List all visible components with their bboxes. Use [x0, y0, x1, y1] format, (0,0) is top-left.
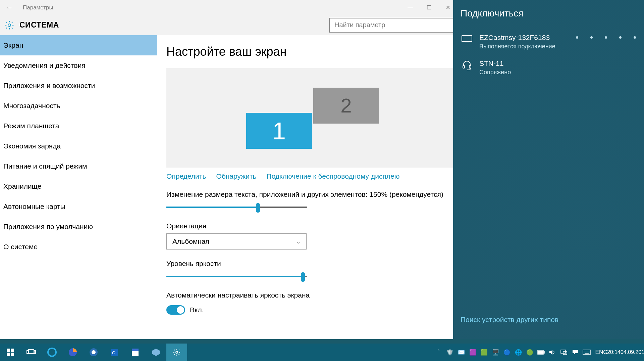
- taskbar-app-firefox[interactable]: [62, 344, 83, 361]
- taskbar-app-thunderbird[interactable]: [83, 344, 104, 361]
- gear-icon: [3, 19, 15, 31]
- link-wireless-display[interactable]: Подключение к беспроводному дисплею: [267, 172, 400, 180]
- orientation-select[interactable]: Альбомная ⌄: [166, 233, 307, 250]
- svg-text:O: O: [112, 350, 115, 355]
- taskbar-app-settings[interactable]: [166, 344, 187, 361]
- tray-icon[interactable]: 🟪: [467, 344, 478, 361]
- window-title: Параметры: [23, 4, 53, 11]
- maximize-button[interactable]: ☐: [420, 0, 438, 15]
- auto-brightness-toggle[interactable]: [166, 305, 185, 315]
- tray-icon[interactable]: 🟩: [478, 344, 490, 361]
- sidebar-item-tablet-mode[interactable]: Режим планшета: [0, 116, 157, 136]
- svg-rect-1: [462, 36, 472, 42]
- sidebar-item-power-sleep[interactable]: Питание и спящий режим: [0, 156, 157, 176]
- svg-rect-6: [11, 349, 14, 352]
- svg-point-21: [176, 351, 178, 353]
- sidebar-item-display[interactable]: Экран: [0, 35, 157, 55]
- sidebar-item-apps-features[interactable]: Приложения и возможности: [0, 76, 157, 96]
- tray-action-center-icon[interactable]: [570, 344, 581, 361]
- tray-icon[interactable]: 🌐: [513, 344, 524, 361]
- sidebar-item-multitasking[interactable]: Многозадачность: [0, 96, 157, 116]
- back-button[interactable]: ←: [3, 3, 16, 12]
- auto-brightness-label: Автоматически настраивать яркость экрана: [166, 291, 460, 299]
- svg-rect-10: [27, 351, 28, 354]
- settings-window: ← Параметры — ☐ ✕ СИСТЕМА Экран Уведомле…: [0, 0, 460, 339]
- tray-time: 20:14: [607, 349, 621, 355]
- system-tray: ˄ 🛡️ ✉️ 🟪 🟩 🖥️ 🔵 🌐 🟢 ENG 20:14 04.09.201…: [433, 344, 644, 361]
- tray-icon[interactable]: ✉️: [455, 344, 467, 361]
- start-button[interactable]: [0, 344, 21, 361]
- device-status: Выполняется подключение: [479, 43, 555, 50]
- sidebar-item-offline-maps[interactable]: Автономные карты: [0, 196, 157, 217]
- minimize-button[interactable]: —: [401, 0, 420, 15]
- tray-overflow-button[interactable]: ˄: [433, 344, 444, 361]
- progress-dots: [576, 36, 636, 39]
- svg-rect-9: [29, 350, 34, 354]
- headset-icon: [461, 60, 473, 70]
- scale-slider[interactable]: [166, 202, 307, 212]
- content-pane: Настройте ваш экран 2 1 Определить Обнар…: [157, 35, 460, 339]
- svg-rect-19: [132, 349, 139, 351]
- sidebar-item-about[interactable]: О системе: [0, 237, 157, 257]
- category-title: СИСТЕМА: [19, 20, 59, 30]
- svg-rect-5: [7, 349, 10, 352]
- task-view-button[interactable]: [21, 344, 42, 361]
- category-header: СИСТЕМА: [0, 15, 460, 35]
- display-arrangement[interactable]: 2 1: [166, 68, 458, 168]
- taskbar-app-edge[interactable]: [42, 344, 62, 361]
- svg-marker-25: [549, 350, 552, 355]
- page-title: Настройте ваш экран: [166, 45, 460, 59]
- orientation-label: Ориентация: [166, 222, 460, 230]
- orientation-value: Альбомная: [172, 237, 209, 245]
- tray-icon[interactable]: 🔵: [501, 344, 513, 361]
- chevron-down-icon: ⌄: [296, 238, 301, 245]
- toggle-state-label: Вкл.: [190, 306, 204, 314]
- monitor-2[interactable]: 2: [313, 88, 379, 124]
- tray-keyboard-icon[interactable]: [581, 344, 592, 361]
- tray-clock[interactable]: 20:14 04.09.2015: [610, 344, 644, 361]
- svg-point-12: [48, 348, 56, 356]
- flyout-title: Подключиться: [461, 8, 637, 19]
- titlebar: ← Параметры — ☐ ✕: [0, 0, 460, 15]
- svg-rect-28: [583, 350, 590, 355]
- taskbar: O ˄ 🛡️ ✉️ 🟪 🟩 🖥️ 🔵 🌐 🟢 ENG: [0, 344, 644, 361]
- svg-rect-3: [463, 65, 465, 68]
- device-name: EZCastmsy-132F6183: [479, 34, 555, 42]
- link-detect[interactable]: Обнаружить: [216, 172, 256, 180]
- svg-rect-7: [7, 353, 10, 356]
- device-name: STN-11: [479, 59, 511, 67]
- brightness-label: Уровень яркости: [166, 260, 460, 268]
- monitor-icon: [461, 34, 473, 44]
- sidebar: Экран Уведомления и действия Приложения …: [0, 35, 157, 339]
- sidebar-item-battery-saver[interactable]: Экономия заряда: [0, 136, 157, 156]
- device-item[interactable]: EZCastmsy-132F6183 Выполняется подключен…: [461, 29, 637, 55]
- search-box[interactable]: [329, 18, 460, 33]
- search-input[interactable]: [334, 21, 454, 29]
- svg-point-15: [92, 350, 96, 354]
- tray-date: 04.09.2015: [621, 349, 644, 355]
- tray-icon[interactable]: 🛡️: [444, 344, 455, 361]
- brightness-slider[interactable]: [166, 272, 307, 281]
- monitor-1[interactable]: 1: [246, 113, 312, 149]
- sidebar-item-default-apps[interactable]: Приложения по умолчанию: [0, 217, 157, 237]
- connect-flyout: Подключиться EZCastmsy-132F6183 Выполняе…: [453, 0, 644, 339]
- tray-connect-icon[interactable]: [558, 344, 570, 361]
- svg-rect-8: [11, 353, 14, 356]
- sidebar-item-notifications[interactable]: Уведомления и действия: [0, 55, 157, 76]
- taskbar-app-virtualbox[interactable]: [146, 344, 166, 361]
- device-status: Сопряжено: [479, 69, 511, 76]
- search-other-devices-link[interactable]: Поиск устройств других типов: [461, 316, 558, 324]
- taskbar-app-outlook[interactable]: O: [104, 344, 125, 361]
- tray-icon[interactable]: 🖥️: [490, 344, 501, 361]
- sidebar-item-storage[interactable]: Хранилище: [0, 176, 157, 196]
- svg-marker-20: [152, 349, 160, 356]
- tray-battery-icon[interactable]: [535, 344, 547, 361]
- svg-rect-4: [469, 65, 471, 68]
- taskbar-app-notepad[interactable]: [125, 344, 146, 361]
- tray-icon[interactable]: 🟢: [524, 344, 535, 361]
- tray-volume-icon[interactable]: [547, 344, 558, 361]
- device-item[interactable]: STN-11 Сопряжено: [461, 55, 637, 81]
- svg-rect-24: [538, 351, 543, 354]
- link-identify[interactable]: Определить: [166, 172, 206, 180]
- svg-rect-23: [544, 351, 544, 353]
